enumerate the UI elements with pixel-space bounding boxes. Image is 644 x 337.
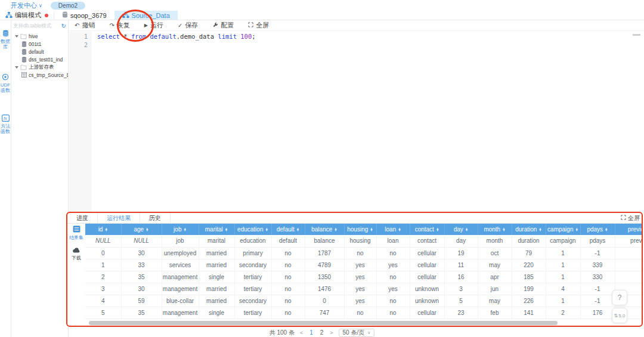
sort-icon[interactable]: ▲▼ bbox=[538, 228, 541, 232]
sort-icon[interactable]: ▲▼ bbox=[605, 228, 608, 232]
page-button[interactable]: 2 bbox=[319, 329, 325, 336]
tree-item[interactable]: dss_test01_ind bbox=[15, 55, 68, 63]
page-size-select[interactable]: 50 条/页 ∨ bbox=[339, 329, 375, 337]
column-header-label: job bbox=[174, 226, 181, 233]
fullscreen-label: 全屏 bbox=[256, 21, 269, 30]
column-header[interactable]: campaign▲▼ bbox=[546, 224, 580, 235]
column-header[interactable]: id▲▼ bbox=[85, 224, 121, 235]
column-header[interactable]: previous▲▼ bbox=[615, 224, 643, 235]
results-panel: 进度运行结果历史 全屏 结果集 下载 bbox=[67, 213, 643, 327]
rail-item-udf[interactable]: UDF函数 bbox=[0, 73, 11, 93]
table-cell: 35 bbox=[121, 271, 162, 283]
sql-editor[interactable]: 12 select * from default.demo_data limit… bbox=[69, 32, 644, 212]
db-search-input[interactable] bbox=[13, 23, 61, 29]
column-header[interactable]: month▲▼ bbox=[478, 224, 512, 235]
tree-item[interactable]: default bbox=[15, 48, 68, 55]
fullscreen-button[interactable]: 全屏 bbox=[248, 21, 269, 30]
next-page-button[interactable]: > bbox=[330, 330, 333, 336]
tab-source-data[interactable]: Source_Data bbox=[114, 11, 178, 20]
horizontal-scrollbar[interactable] bbox=[89, 321, 558, 325]
column-header[interactable]: day▲▼ bbox=[444, 224, 478, 235]
udf-icon bbox=[2, 73, 9, 82]
sort-icon[interactable]: ▲▼ bbox=[436, 228, 439, 232]
rail-label: 方法函数 bbox=[0, 123, 11, 134]
column-header[interactable]: duration▲▼ bbox=[512, 224, 546, 235]
sort-icon[interactable]: ▲▼ bbox=[398, 228, 401, 232]
column-header[interactable]: contact▲▼ bbox=[410, 224, 444, 235]
tree-item[interactable]: 001t1 bbox=[15, 40, 68, 48]
prev-page-button[interactable]: < bbox=[300, 330, 303, 336]
workspace-pill[interactable]: Demo2 bbox=[51, 2, 85, 10]
column-header[interactable]: marital▲▼ bbox=[199, 224, 234, 235]
expand-caret-icon[interactable] bbox=[15, 35, 18, 38]
rail-item-database[interactable]: 数据库 bbox=[0, 30, 11, 50]
table-cell: no bbox=[271, 295, 305, 307]
table-cell: yes bbox=[376, 259, 410, 271]
tree-item[interactable]: cs_tmp_Source_Dat... bbox=[15, 71, 68, 79]
results-fullscreen-button[interactable]: 全屏 bbox=[621, 213, 643, 223]
code-line[interactable]: select * from default.demo_data limit 10… bbox=[97, 32, 256, 41]
results-tab[interactable]: 运行结果 bbox=[98, 213, 140, 223]
code-area[interactable]: select * from default.demo_data limit 10… bbox=[92, 32, 256, 212]
code-line[interactable] bbox=[97, 41, 256, 49]
column-header[interactable]: job▲▼ bbox=[162, 224, 199, 235]
help-fab[interactable]: ? bbox=[612, 290, 627, 305]
tab-sqoop[interactable]: sqoop_3679 bbox=[54, 11, 114, 20]
redo-button[interactable]: ↷ 恢复 bbox=[109, 21, 129, 30]
run-button[interactable]: ▶ 运行 bbox=[144, 21, 163, 30]
undo-button[interactable]: ↶ 撤销 bbox=[75, 21, 95, 30]
table-cell: married bbox=[199, 283, 234, 295]
table-row: 133servicesmarriedsecondaryno4789yesyesc… bbox=[85, 259, 643, 271]
dev-center-menu[interactable]: 开发中心 ∨ bbox=[11, 1, 42, 10]
tree-item-label: 001t1 bbox=[29, 41, 41, 47]
table-cell: no bbox=[271, 259, 305, 271]
table-cell: 5 bbox=[444, 295, 478, 307]
config-button[interactable]: 配置 bbox=[212, 21, 234, 30]
column-header[interactable]: default▲▼ bbox=[271, 224, 305, 235]
tree-item[interactable]: 上游暂存表 bbox=[15, 63, 68, 71]
sort-icon[interactable]: ▲▼ bbox=[370, 228, 373, 232]
results-tab[interactable]: 进度 bbox=[67, 213, 98, 223]
page-button[interactable]: 1 bbox=[308, 329, 314, 336]
sort-icon[interactable]: ▲▼ bbox=[334, 228, 337, 232]
version-fab[interactable]: ⇅ 5.0 bbox=[612, 308, 627, 323]
sort-icon[interactable]: ▲▼ bbox=[265, 228, 268, 232]
results-fullscreen-label: 全屏 bbox=[628, 214, 640, 222]
tree-item[interactable]: hive bbox=[15, 32, 68, 40]
workflow-icon bbox=[5, 11, 13, 20]
table-cell: marital bbox=[199, 235, 234, 247]
result-set-button[interactable]: 结果集 bbox=[69, 225, 83, 241]
column-header[interactable]: housing▲▼ bbox=[344, 224, 376, 235]
column-header[interactable]: education▲▼ bbox=[234, 224, 271, 235]
sort-icon[interactable]: ▲▼ bbox=[502, 228, 505, 232]
sort-icon[interactable]: ▲▼ bbox=[145, 228, 148, 232]
result-set-icon bbox=[73, 225, 80, 234]
sort-icon[interactable]: ▲▼ bbox=[575, 228, 578, 232]
column-header[interactable]: pdays▲▼ bbox=[580, 224, 615, 235]
sort-icon[interactable]: ▲▼ bbox=[225, 228, 228, 232]
results-tab[interactable]: 历史 bbox=[140, 213, 171, 223]
column-header[interactable]: age▲▼ bbox=[121, 224, 162, 235]
sort-icon[interactable]: ▲▼ bbox=[183, 228, 186, 232]
edit-mode-label: 编辑模式 bbox=[15, 11, 41, 20]
code-token: from bbox=[131, 33, 146, 40]
line-number: 2 bbox=[69, 41, 88, 49]
editor-scrollbar-marker[interactable] bbox=[633, 34, 640, 36]
download-button[interactable]: 下载 bbox=[72, 248, 81, 261]
sort-icon[interactable]: ▲▼ bbox=[465, 228, 468, 232]
table-cell: 747 bbox=[305, 307, 344, 319]
edit-mode-indicator[interactable]: 编辑模式 bbox=[0, 11, 54, 20]
table-cell: 0 bbox=[305, 295, 344, 307]
expand-caret-icon[interactable] bbox=[15, 66, 18, 69]
rail-item-methods[interactable]: fx 方法函数 bbox=[0, 115, 11, 134]
refresh-icon[interactable]: ↻ bbox=[61, 23, 66, 29]
table-cell: 339 bbox=[580, 259, 615, 271]
table-cell: 16 bbox=[444, 271, 478, 283]
column-header[interactable]: balance▲▼ bbox=[305, 224, 344, 235]
sort-icon[interactable]: ▲▼ bbox=[104, 228, 107, 232]
column-header[interactable]: loan▲▼ bbox=[376, 224, 410, 235]
save-button[interactable]: ✓ 保存 bbox=[178, 21, 198, 30]
sort-icon[interactable]: ▲▼ bbox=[296, 228, 299, 232]
code-token: 100 bbox=[240, 33, 252, 40]
table-body: NULLNULLjobmaritaleducationdefaultbalanc… bbox=[85, 235, 643, 319]
